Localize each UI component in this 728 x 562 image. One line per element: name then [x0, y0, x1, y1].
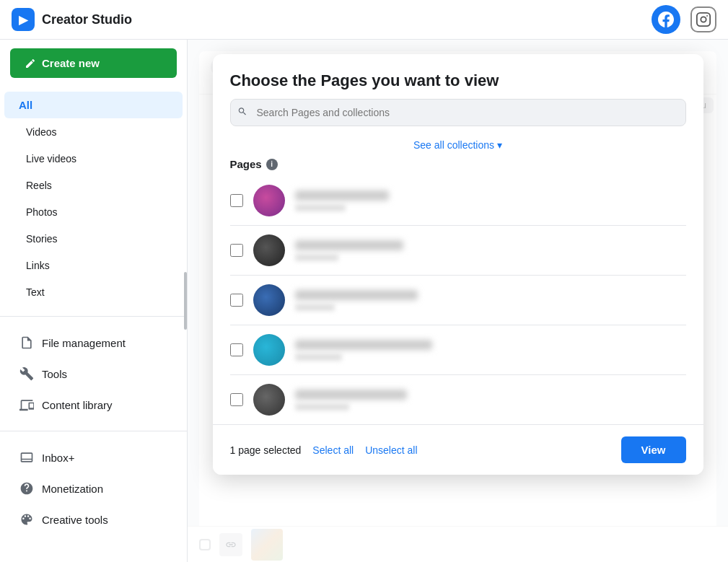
page-5-info	[295, 390, 686, 410]
page-1-checkbox[interactable]	[230, 194, 243, 207]
sidebar-item-tools[interactable]: Tools	[4, 359, 183, 389]
page-4-avatar	[253, 334, 285, 366]
page-5-sub	[295, 403, 349, 410]
page-row	[230, 176, 686, 226]
page-1-sub	[295, 204, 346, 211]
tools-label: Tools	[42, 368, 67, 380]
unselect-all-link[interactable]: Unselect all	[365, 444, 417, 456]
file-management-label: File management	[42, 337, 126, 349]
search-input[interactable]	[230, 99, 686, 126]
nav-divider-2	[0, 431, 187, 431]
main-nav: All Videos Live videos Reels Photos Stor…	[0, 87, 187, 310]
header-left: ▶ Creator Studio	[12, 8, 132, 31]
header: ▶ Creator Studio	[0, 0, 728, 40]
sidebar-item-text[interactable]: Text	[4, 279, 183, 305]
live-videos-label: Live videos	[26, 153, 76, 164]
sidebar-item-reels[interactable]: Reels	[4, 172, 183, 198]
svg-point-2	[706, 15, 708, 17]
svg-point-1	[701, 17, 706, 22]
svg-rect-0	[697, 13, 710, 26]
page-2-avatar	[253, 234, 285, 266]
sidebar: Create new All Videos Live videos Reels …	[0, 40, 188, 562]
bottom-nav-2: Inbox+ Monetization Creative tools	[0, 437, 187, 540]
file-management-icon	[19, 335, 35, 351]
pages-label: Pages	[230, 158, 262, 170]
app-title: Creator Studio	[42, 12, 132, 27]
sidebar-item-file-management[interactable]: File management	[4, 328, 183, 358]
page-row	[230, 375, 686, 424]
page-5-name	[295, 390, 407, 400]
sidebar-item-content-library[interactable]: Content library	[4, 390, 183, 420]
header-icons	[652, 5, 716, 34]
page-5-checkbox[interactable]	[230, 393, 243, 406]
see-all-collections-link[interactable]: See all collections ▾	[213, 135, 703, 158]
sidebar-item-creative-tools[interactable]: Creative tools	[4, 504, 183, 535]
inbox-icon	[19, 449, 35, 465]
page-3-info	[295, 290, 686, 311]
reels-label: Reels	[26, 180, 52, 191]
create-new-button[interactable]: Create new	[10, 48, 177, 78]
page-3-name	[295, 290, 418, 300]
instagram-icon[interactable]	[690, 6, 716, 32]
page-1-name	[295, 190, 389, 201]
modal-body: Pages i	[213, 158, 703, 424]
all-label: All	[19, 99, 32, 111]
pages-section-header: Pages i	[230, 158, 686, 170]
sidebar-item-photos[interactable]: Photos	[4, 199, 183, 225]
page-2-checkbox[interactable]	[230, 244, 243, 257]
modal-header: Choose the Pages you want to view	[213, 54, 703, 99]
page-2-sub	[295, 254, 338, 261]
sidebar-item-stories[interactable]: Stories	[4, 226, 183, 252]
page-2-info	[295, 240, 686, 261]
modal-title: Choose the Pages you want to view	[230, 71, 686, 90]
stories-label: Stories	[26, 233, 58, 245]
main-layout: Create new All Videos Live videos Reels …	[0, 40, 728, 562]
page-3-checkbox[interactable]	[230, 294, 243, 307]
nav-divider-1	[0, 316, 187, 317]
content-library-icon	[19, 397, 35, 413]
page-3-avatar	[253, 284, 285, 316]
page-selection-modal: Choose the Pages you want to view See al…	[213, 54, 703, 475]
page-4-checkbox[interactable]	[230, 343, 243, 356]
create-new-label: Create new	[42, 57, 100, 69]
sidebar-item-inbox[interactable]: Inbox+	[4, 442, 183, 473]
view-button[interactable]: View	[621, 436, 686, 463]
search-icon	[237, 107, 247, 119]
select-all-link[interactable]: Select all	[312, 444, 354, 456]
app-logo-icon: ▶	[12, 8, 35, 31]
page-4-info	[295, 340, 686, 361]
sidebar-scrollbar	[184, 272, 187, 330]
page-row	[230, 325, 686, 375]
page-row	[230, 226, 686, 276]
sidebar-item-live-videos[interactable]: Live videos	[4, 146, 183, 172]
creative-tools-label: Creative tools	[42, 514, 108, 526]
chevron-down-icon: ▾	[497, 139, 502, 151]
footer-left: 1 page selected Select all Unselect all	[230, 444, 418, 456]
monetization-label: Monetization	[42, 483, 103, 495]
sidebar-item-all[interactable]: All	[4, 92, 183, 118]
sidebar-item-monetization[interactable]: Monetization	[4, 473, 183, 504]
page-2-name	[295, 240, 403, 250]
pages-info-icon[interactable]: i	[266, 159, 278, 170]
monetization-icon	[19, 480, 35, 496]
videos-label: Videos	[26, 126, 57, 138]
text-label: Text	[26, 286, 45, 298]
inbox-label: Inbox+	[42, 452, 74, 464]
sidebar-item-links[interactable]: Links	[4, 253, 183, 278]
sidebar-item-videos[interactable]: Videos	[4, 119, 183, 145]
page-4-sub	[295, 354, 342, 361]
page-1-info	[295, 190, 686, 211]
page-row	[230, 276, 686, 325]
content-area: Incomplete (1) × You Choose the Pages yo…	[188, 40, 728, 562]
page-1-avatar	[253, 185, 285, 216]
modal-search-container	[230, 99, 686, 126]
creative-tools-icon	[19, 511, 35, 527]
page-3-sub	[295, 304, 335, 311]
modal-footer: 1 page selected Select all Unselect all …	[213, 424, 703, 475]
facebook-icon[interactable]	[652, 5, 680, 34]
page-4-name	[295, 340, 432, 350]
photos-label: Photos	[26, 206, 58, 218]
modal-overlay: Choose the Pages you want to view See al…	[188, 40, 728, 562]
selected-count: 1 page selected	[230, 444, 302, 456]
links-label: Links	[26, 260, 50, 271]
